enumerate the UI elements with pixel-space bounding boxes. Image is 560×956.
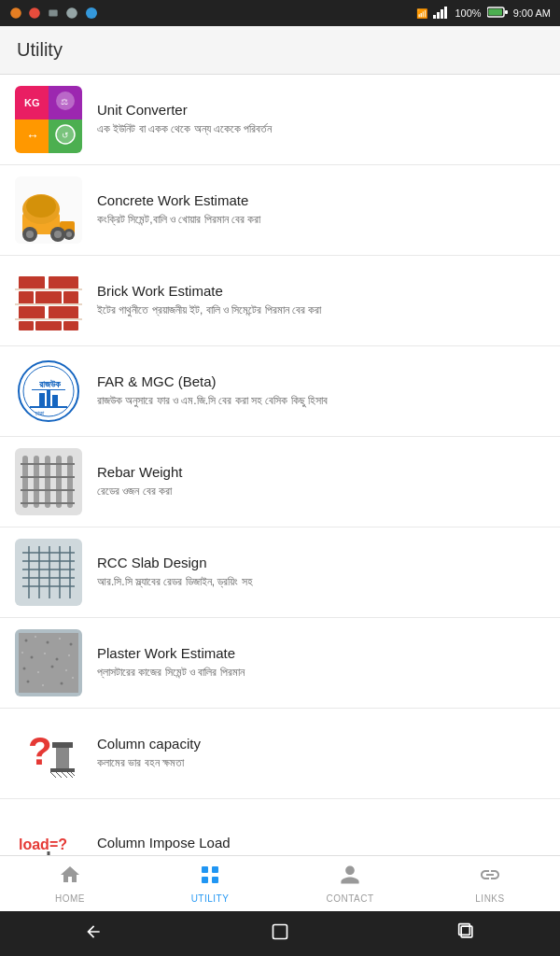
app-header: Utility bbox=[0, 26, 560, 75]
svg-rect-40 bbox=[49, 306, 78, 319]
item-title-far: FAR & MGC (Beta) bbox=[97, 373, 545, 389]
thumb-rcc bbox=[15, 539, 82, 606]
svg-rect-63 bbox=[21, 463, 75, 465]
list-item-brick[interactable]: Brick Work Estimate ইটের গাথুনীতে প্রয়া… bbox=[0, 256, 560, 346]
svg-rect-118 bbox=[212, 866, 218, 873]
svg-point-4 bbox=[86, 7, 97, 19]
text-block-column-load: Column Impose Load bbox=[97, 835, 545, 854]
thumb-column-capacity: ? bbox=[15, 720, 82, 787]
list-item-column-load[interactable]: load=? Column Impose Load bbox=[0, 799, 560, 855]
svg-text:রাজউক: রাজউক bbox=[39, 379, 62, 389]
recents-button[interactable] bbox=[450, 915, 483, 953]
bottom-navigation: HOME UTILITY CONTACT LINKS bbox=[0, 855, 560, 911]
item-desc-unit-converter: এক ইউনিট বা একক থেকে অন্য একেকে পরিবর্তন bbox=[97, 121, 545, 137]
svg-point-28 bbox=[26, 231, 34, 238]
svg-text:ঢাকা: ঢাকা bbox=[35, 410, 45, 416]
list-item-plaster[interactable]: Plaster Work Estimate প্লাসটারের কাজের স… bbox=[0, 618, 560, 709]
svg-rect-117 bbox=[202, 866, 208, 873]
system-nav-bar bbox=[0, 911, 560, 956]
svg-point-94 bbox=[27, 681, 30, 683]
svg-point-93 bbox=[65, 669, 67, 671]
svg-point-1 bbox=[29, 7, 40, 19]
item-desc-concrete: কংক্রিট সিমেন্ট,বালি ও খোয়ার পিরমান বের… bbox=[97, 212, 545, 228]
page-title: Utility bbox=[17, 39, 543, 61]
item-title-unit-converter: Unit Converter bbox=[97, 102, 545, 118]
svg-rect-51 bbox=[32, 389, 65, 390]
svg-text:↺: ↺ bbox=[62, 131, 69, 140]
svg-rect-66 bbox=[21, 502, 75, 504]
nav-label-contact: CONTACT bbox=[326, 893, 373, 904]
svg-rect-39 bbox=[19, 306, 45, 319]
battery-icon bbox=[487, 7, 508, 20]
item-title-rebar: Rebar Weight bbox=[97, 464, 545, 480]
svg-rect-42 bbox=[35, 321, 62, 330]
svg-point-82 bbox=[47, 641, 49, 644]
svg-point-86 bbox=[31, 656, 34, 659]
svg-point-30 bbox=[54, 231, 62, 238]
list-item-far[interactable]: রাজউক ঢাকা FAR & MGC (Beta) রাজউক অনুসার… bbox=[0, 346, 560, 437]
item-desc-rebar: রেডের ওজন বের করা bbox=[97, 484, 545, 499]
svg-point-88 bbox=[56, 658, 59, 661]
svg-text:↔: ↔ bbox=[26, 128, 39, 143]
list-item-unit-converter[interactable]: KG ⚖ ↔ ↺ Unit Converter এক ইউনিট বা একক … bbox=[0, 75, 560, 165]
home-button[interactable] bbox=[263, 915, 297, 953]
svg-point-83 bbox=[59, 638, 61, 640]
status-bar: 📶 100% 9:00 AM bbox=[0, 0, 560, 26]
svg-point-32 bbox=[66, 232, 72, 237]
svg-rect-64 bbox=[21, 476, 75, 478]
item-title-brick: Brick Work Estimate bbox=[97, 283, 545, 299]
thumb-far: রাজউক ঢাকা bbox=[15, 358, 82, 425]
item-title-column-load: Column Impose Load bbox=[97, 835, 545, 851]
svg-rect-43 bbox=[63, 321, 78, 330]
item-desc-column-capacity: কলামের ভার বহন ক্ষমতা bbox=[97, 755, 545, 771]
svg-point-81 bbox=[35, 636, 36, 638]
svg-rect-35 bbox=[49, 276, 78, 289]
home-icon bbox=[59, 864, 81, 892]
svg-rect-5 bbox=[433, 15, 436, 19]
nav-item-home[interactable]: HOME bbox=[0, 856, 140, 911]
svg-rect-7 bbox=[441, 9, 443, 19]
svg-rect-100 bbox=[50, 768, 75, 772]
status-bar-left-icons bbox=[9, 7, 99, 20]
list-item-column-capacity[interactable]: ? Column capacity কলামের ভার বহন ক্ষমতা bbox=[0, 709, 560, 799]
text-block-plaster: Plaster Work Estimate প্লাসটারের কাজের স… bbox=[97, 645, 545, 681]
svg-rect-37 bbox=[35, 291, 62, 304]
nav-item-links[interactable]: LINKS bbox=[420, 856, 560, 911]
main-list: KG ⚖ ↔ ↺ Unit Converter এক ইউনিট বা একক … bbox=[0, 75, 560, 855]
svg-point-84 bbox=[70, 643, 73, 646]
svg-point-90 bbox=[23, 668, 26, 670]
list-item-concrete[interactable]: Concrete Work Estimate কংক্রিট সিমেন্ট,ব… bbox=[0, 165, 560, 256]
thumb-column-load: load=? bbox=[15, 810, 82, 855]
svg-point-96 bbox=[61, 682, 63, 685]
svg-point-95 bbox=[42, 684, 44, 686]
item-title-concrete: Concrete Work Estimate bbox=[97, 192, 545, 208]
utility-icon bbox=[199, 864, 221, 892]
text-block-concrete: Concrete Work Estimate কংক্রিট সিমেন্ট,ব… bbox=[97, 192, 545, 228]
contact-icon bbox=[339, 864, 361, 892]
nav-item-utility[interactable]: UTILITY bbox=[140, 856, 280, 911]
text-block-unit-converter: Unit Converter এক ইউনিট বা একক থেকে অন্য… bbox=[97, 102, 545, 137]
list-item-rcc[interactable]: RCC Slab Design আর.সি.সি স্ল্যাবের রেডর … bbox=[0, 527, 560, 618]
svg-rect-10 bbox=[488, 9, 502, 16]
thumb-concrete bbox=[15, 176, 82, 244]
svg-rect-101 bbox=[56, 746, 69, 768]
svg-rect-38 bbox=[63, 291, 78, 304]
svg-rect-65 bbox=[21, 489, 75, 491]
svg-rect-53 bbox=[47, 390, 50, 406]
nav-label-home: HOME bbox=[55, 893, 85, 904]
svg-point-80 bbox=[25, 640, 28, 642]
back-button[interactable] bbox=[77, 915, 110, 953]
svg-text:load=?: load=? bbox=[19, 836, 67, 852]
list-item-rebar[interactable]: Rebar Weight রেডের ওজন বের করা bbox=[0, 437, 560, 527]
nav-item-contact[interactable]: CONTACT bbox=[280, 856, 420, 911]
time-display: 9:00 AM bbox=[513, 7, 551, 19]
svg-text:KG: KG bbox=[24, 97, 40, 108]
svg-point-26 bbox=[26, 195, 56, 218]
signal-bars bbox=[433, 6, 450, 21]
svg-rect-52 bbox=[39, 393, 45, 406]
thumb-plaster bbox=[15, 629, 82, 696]
text-block-far: FAR & MGC (Beta) রাজউক অনুসারে ফার ও এম.… bbox=[97, 373, 545, 409]
svg-text:⚖: ⚖ bbox=[61, 97, 68, 106]
svg-text:?: ? bbox=[28, 729, 52, 773]
svg-rect-41 bbox=[19, 321, 34, 330]
